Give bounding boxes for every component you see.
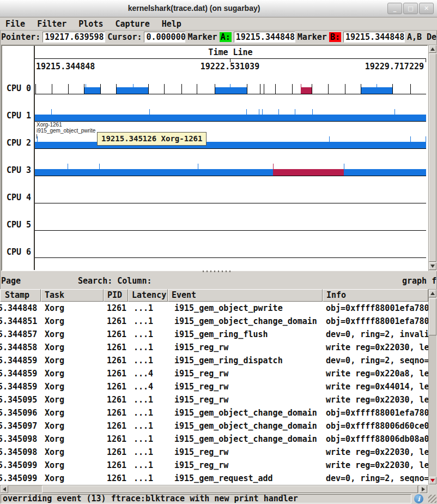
cpu-0-event-segment[interactable] xyxy=(84,87,100,94)
menu-help[interactable]: Help xyxy=(162,19,181,29)
column-header-stamp[interactable]: Stamp xyxy=(0,289,41,302)
event-tick[interactable] xyxy=(426,136,426,142)
event-tick[interactable] xyxy=(295,109,295,115)
table-row[interactable]: 5.345099Xorg1261...1i915_reg_rwwrite reg… xyxy=(0,459,428,472)
cell-pid: 1261 xyxy=(104,328,128,341)
table-vertical-scrollbar[interactable] xyxy=(428,289,437,485)
event-tick[interactable] xyxy=(394,109,395,115)
event-tick[interactable] xyxy=(148,84,149,94)
event-tick[interactable] xyxy=(197,84,197,94)
menu-file[interactable]: File xyxy=(5,19,25,29)
cpu-3-busy-segment[interactable] xyxy=(273,169,344,176)
close-button[interactable]: ✕ xyxy=(419,3,434,14)
menu-filter[interactable]: Filter xyxy=(37,19,66,29)
event-tick[interactable] xyxy=(259,109,259,115)
event-tick[interactable] xyxy=(292,84,293,94)
table-scroll-left-button[interactable] xyxy=(1,485,8,493)
cpu-1-bar[interactable] xyxy=(35,115,426,121)
table-scroll-thumb[interactable] xyxy=(429,298,436,335)
event-tick[interactable] xyxy=(246,109,247,115)
event-tick[interactable] xyxy=(133,84,133,94)
event-tick[interactable] xyxy=(84,84,84,94)
event-tick[interactable] xyxy=(181,84,182,94)
event-tick[interactable] xyxy=(230,84,230,94)
info-icon[interactable]: i xyxy=(414,494,423,503)
time-label-start: 19215.344848 xyxy=(36,62,95,71)
event-tick[interactable] xyxy=(410,136,411,142)
column-header-latency[interactable]: Latency xyxy=(128,289,168,302)
event-tick[interactable] xyxy=(273,164,274,169)
table-hscroll-thumb[interactable] xyxy=(42,485,418,493)
column-header-event[interactable]: Event xyxy=(168,289,323,302)
event-tick[interactable] xyxy=(100,84,101,94)
table-row[interactable]: 5.345098Xorg1261...1i915_reg_rwwrite reg… xyxy=(0,446,428,459)
event-tick[interactable] xyxy=(86,84,86,94)
resize-grip-icon[interactable] xyxy=(428,495,436,503)
event-tick[interactable] xyxy=(51,109,52,115)
table-scroll-right-button[interactable] xyxy=(420,485,427,493)
table-row[interactable]: 5.344859Xorg1261...4i915_reg_rwwrite reg… xyxy=(0,380,428,393)
event-tick[interactable] xyxy=(328,84,329,94)
event-tick[interactable] xyxy=(275,84,276,94)
event-tick[interactable] xyxy=(35,84,36,94)
table-row[interactable]: 5.344859Xorg1261...1i915_gem_ring_dispat… xyxy=(0,354,428,367)
column-header-pid[interactable]: PID xyxy=(104,289,128,302)
event-tick[interactable] xyxy=(215,84,215,94)
event-tick[interactable] xyxy=(68,164,68,169)
maximize-button[interactable]: □ xyxy=(403,3,418,14)
table-row[interactable]: 5.344857Xorg1261...1i915_gem_ring_flushd… xyxy=(0,328,428,341)
table-row[interactable]: 5.344859Xorg1261...4i915_reg_rwwrite reg… xyxy=(0,367,428,380)
table-row[interactable]: 5.345096Xorg1261...1i915_gem_object_chan… xyxy=(0,406,428,419)
event-tick[interactable] xyxy=(164,84,165,94)
event-tick[interactable] xyxy=(410,84,411,94)
table-row[interactable]: 5.345097Xorg1261...1i915_gem_object_chan… xyxy=(0,419,428,433)
graph-scroll-thumb[interactable] xyxy=(429,53,436,262)
table-row[interactable]: 5.344851Xorg1261...1i915_gem_object_chan… xyxy=(0,315,428,328)
event-tick[interactable] xyxy=(198,164,198,169)
event-tick[interactable] xyxy=(37,136,38,142)
event-tick[interactable] xyxy=(301,84,301,94)
cpu-0-event-segment[interactable] xyxy=(215,87,247,94)
event-tick[interactable] xyxy=(149,109,150,115)
event-tick[interactable] xyxy=(345,84,345,94)
event-tick[interactable] xyxy=(264,84,264,94)
menu-plots[interactable]: Plots xyxy=(78,19,103,29)
timeline-plot[interactable]: Time Line 19215.344848 19222.531039 1922… xyxy=(2,46,427,270)
event-tick[interactable] xyxy=(260,84,260,94)
table-horizontal-scrollbar[interactable] xyxy=(0,485,428,494)
table-row[interactable]: 5.345098Xorg1261...1i915_gem_object_chan… xyxy=(0,433,428,446)
event-tick[interactable] xyxy=(377,84,377,94)
event-tick[interactable] xyxy=(99,164,100,169)
event-tick[interactable] xyxy=(392,84,393,94)
cpu-3-bar[interactable] xyxy=(35,169,426,176)
title-bar[interactable]: kernelshark(trace.dat) (on sugarbay) _□✕ xyxy=(0,0,437,17)
event-tick[interactable] xyxy=(278,109,279,115)
graph-scroll-up-button[interactable] xyxy=(429,45,436,53)
event-tick[interactable] xyxy=(329,136,330,142)
table-row[interactable]: 5.344848Xorg1261...1i915_gem_object_pwri… xyxy=(0,302,428,315)
table-scroll-up-button[interactable] xyxy=(429,290,436,297)
cpu-2-bar[interactable] xyxy=(35,142,426,148)
graph-scroll-down-button[interactable] xyxy=(429,262,436,270)
cpu-0-event-segment[interactable] xyxy=(301,87,311,94)
table-row[interactable]: 5.345095Xorg1261...1i915_reg_rwwrite reg… xyxy=(0,393,428,406)
event-tick[interactable] xyxy=(312,109,313,115)
arrow-right-icon xyxy=(422,487,425,491)
cell-task: Xorg xyxy=(41,459,104,472)
event-tick[interactable] xyxy=(68,84,69,94)
table-row[interactable]: 5.345099Xorg1261...1i915_gem_request_add… xyxy=(0,472,428,485)
table-row[interactable]: 5.344858Xorg1261...1i915_reg_rwwrite reg… xyxy=(0,341,428,354)
event-tick[interactable] xyxy=(52,84,52,94)
event-tick[interactable] xyxy=(116,84,117,94)
event-tick[interactable] xyxy=(312,84,312,94)
event-tick[interactable] xyxy=(361,84,361,94)
table-scroll-down-button[interactable] xyxy=(429,477,436,484)
menu-capture[interactable]: Capture xyxy=(115,19,149,29)
graph-vertical-scrollbar[interactable] xyxy=(428,45,437,271)
minimize-button[interactable]: _ xyxy=(387,3,402,14)
event-tick[interactable] xyxy=(262,109,263,115)
column-header-info[interactable]: Info xyxy=(323,289,428,302)
event-tick[interactable] xyxy=(344,164,344,169)
event-tick[interactable] xyxy=(247,84,247,94)
column-header-task[interactable]: Task xyxy=(41,289,104,302)
